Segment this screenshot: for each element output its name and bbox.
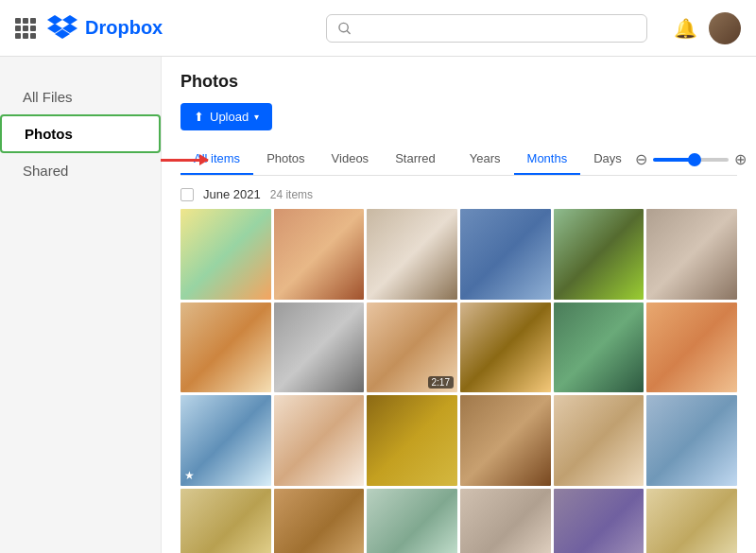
logo-text: Dropbox	[85, 17, 163, 39]
photo-cell[interactable]	[367, 209, 457, 300]
photo-cell[interactable]	[460, 489, 551, 553]
photo-cell[interactable]	[554, 209, 644, 300]
photo-cell[interactable]: ★	[180, 395, 271, 486]
zoom-control: ⊖ ⊕	[635, 150, 747, 168]
photo-cell[interactable]	[646, 395, 737, 486]
photo-cell[interactable]	[180, 302, 271, 393]
photo-cell[interactable]: 1:17	[180, 489, 271, 553]
header-icons: 🔔	[674, 12, 741, 44]
tab-years[interactable]: Years	[456, 144, 514, 175]
photo-cell[interactable]	[460, 395, 551, 486]
tab-months[interactable]: Months	[514, 144, 581, 175]
filter-bar: All items Photos Videos Starred Years Mo…	[180, 144, 737, 176]
zoom-slider[interactable]	[653, 158, 729, 162]
photo-cell[interactable]	[180, 209, 271, 300]
tab-starred[interactable]: Starred	[382, 144, 449, 175]
section-count: 24 items	[270, 188, 313, 201]
section-header: June 2021 24 items	[180, 187, 737, 201]
photo-cell[interactable]	[646, 302, 737, 393]
page-title: Photos	[180, 72, 737, 92]
sidebar-item-photos[interactable]: Photos	[0, 114, 161, 153]
main-content: Photos ⬆ Upload ▾ All items Photos Video…	[161, 57, 756, 553]
photo-cell[interactable]	[274, 209, 365, 300]
tab-days[interactable]: Days	[580, 144, 635, 175]
svg-line-6	[347, 30, 350, 33]
svg-marker-1	[62, 15, 77, 25]
photo-grid: 2:17★1:17	[180, 209, 737, 553]
header: Dropbox 🔔	[0, 0, 756, 57]
photo-cell[interactable]	[554, 395, 644, 486]
section-month-label: June 2021	[203, 187, 261, 201]
upload-icon: ⬆	[194, 110, 204, 124]
zoom-thumb	[688, 153, 701, 166]
avatar[interactable]	[709, 12, 741, 44]
sidebar-item-shared[interactable]: Shared	[0, 153, 161, 188]
star-badge: ★	[184, 469, 195, 482]
sidebar: All Files Photos Shared	[0, 57, 161, 553]
dropbox-icon	[47, 15, 77, 42]
duration-badge: 2:17	[428, 376, 454, 389]
zoom-out-icon[interactable]: ⊖	[635, 150, 647, 168]
layout: All Files Photos Shared Photos ⬆ Upload …	[0, 57, 756, 553]
photo-cell[interactable]	[460, 209, 551, 300]
search-bar[interactable]	[326, 14, 647, 43]
photo-cell[interactable]	[646, 489, 737, 553]
tab-all-items[interactable]: All items	[180, 144, 253, 175]
apps-grid-icon[interactable]	[15, 18, 36, 39]
photo-cell[interactable]	[274, 302, 365, 393]
photo-cell[interactable]	[460, 302, 551, 393]
photo-cell[interactable]	[554, 489, 644, 553]
photo-cell[interactable]: 2:17	[367, 302, 457, 393]
bell-icon[interactable]: 🔔	[674, 17, 697, 40]
logo[interactable]: Dropbox	[47, 15, 163, 42]
svg-marker-0	[47, 15, 62, 25]
tab-videos[interactable]: Videos	[318, 144, 383, 175]
zoom-in-icon[interactable]: ⊕	[734, 150, 747, 168]
photo-cell[interactable]	[367, 489, 457, 553]
tab-photos[interactable]: Photos	[253, 144, 318, 175]
photo-cell[interactable]	[646, 209, 737, 300]
upload-chevron-icon: ▾	[254, 112, 259, 122]
photo-cell[interactable]	[554, 302, 644, 393]
search-input[interactable]	[358, 21, 635, 36]
photo-cell[interactable]	[274, 489, 365, 553]
sidebar-item-all-files[interactable]: All Files	[0, 79, 161, 114]
photo-cell[interactable]	[274, 395, 365, 486]
photo-cell[interactable]	[367, 395, 457, 486]
section-checkbox[interactable]	[180, 188, 194, 201]
upload-button[interactable]: ⬆ Upload ▾	[180, 103, 272, 130]
search-icon	[338, 22, 351, 35]
